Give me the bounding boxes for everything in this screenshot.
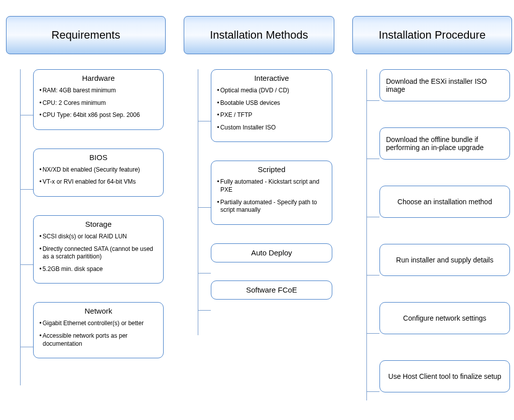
step-text: Configure network settings — [403, 314, 486, 322]
card-interactive: Interactive Optical media (DVD / CD) Boo… — [211, 69, 332, 142]
step-text: Choose an installation method — [398, 198, 492, 206]
bullet-text: VT-x or RVI enabled for 64-bit VMs — [39, 178, 158, 186]
card-network: Network Gigabit Ethernet controller(s) o… — [33, 302, 164, 358]
header-requirements: Requirements — [6, 16, 166, 54]
bullet-text: NX/XD bit enabled (Security feature) — [39, 166, 158, 174]
card-auto-deploy: Auto Deploy — [211, 243, 332, 262]
card-title: Hardware — [39, 74, 158, 82]
bullet-text: Partially automated - Specify path to sc… — [216, 199, 327, 214]
bullet-text: RAM: 4GB barest minimum — [39, 87, 158, 95]
step-text: Download the offline bundle if performin… — [386, 135, 503, 152]
step-text: Download the ESXi installer ISO image — [386, 77, 503, 93]
header-installation-procedure: Installation Procedure — [352, 16, 512, 54]
bullet-text: 5.2GB min. disk space — [39, 265, 158, 273]
bullet-text: Directly connected SATA (cannot be used … — [39, 245, 158, 261]
card-scripted: Scripted Fully automated - Kickstart scr… — [211, 161, 332, 224]
card-title: Software FCoE — [246, 286, 297, 294]
card-title: Storage — [39, 220, 158, 228]
card-software-fcoe: Software FCoE — [211, 281, 332, 300]
card-title: Auto Deploy — [251, 248, 292, 257]
step-box: Download the offline bundle if performin… — [379, 127, 510, 160]
step-box: Choose an installation method — [379, 186, 510, 218]
tree-installation-methods: Interactive Optical media (DVD / CD) Boo… — [184, 69, 333, 300]
step-box: Use Host Client tool to finalize setup — [379, 360, 510, 392]
card-title: BIOS — [39, 153, 158, 162]
bullet-text: CPU: 2 Cores minimum — [39, 99, 158, 107]
bullet-text: SCSI disk(s) or local RAID LUN — [39, 233, 158, 241]
card-storage: Storage SCSI disk(s) or local RAID LUN D… — [33, 215, 164, 284]
column-installation-methods: Installation Methods Interactive Optical… — [184, 16, 333, 300]
bullet-text: Bootable USB devices — [216, 99, 327, 107]
tree-requirements: Hardware RAM: 4GB barest minimum CPU: 2 … — [6, 69, 165, 358]
column-installation-procedure: Installation Procedure Download the ESXi… — [352, 16, 511, 392]
bullet-text: Custom Installer ISO — [216, 124, 327, 132]
step-text: Run installer and supply details — [396, 256, 493, 264]
step-box: Download the ESXi installer ISO image — [379, 69, 510, 101]
card-title: Interactive — [216, 74, 327, 82]
step-box: Run installer and supply details — [379, 244, 510, 276]
tree-installation-procedure: Download the ESXi installer ISO image Do… — [352, 69, 511, 392]
card-title: Network — [39, 307, 158, 315]
column-requirements: Requirements Hardware RAM: 4GB barest mi… — [6, 16, 165, 358]
card-bios: BIOS NX/XD bit enabled (Security feature… — [33, 149, 164, 197]
bullet-text: Gigabit Ethernet controller(s) or better — [39, 320, 158, 328]
bullet-text: Fully automated - Kickstart script and P… — [216, 178, 327, 194]
bullet-text: Optical media (DVD / CD) — [216, 87, 327, 95]
step-box: Configure network settings — [379, 302, 510, 334]
header-installation-methods: Installation Methods — [184, 16, 334, 54]
card-hardware: Hardware RAM: 4GB barest minimum CPU: 2 … — [33, 69, 164, 130]
bullet-text: PXE / TFTP — [216, 111, 327, 119]
card-title: Scripted — [216, 165, 327, 174]
bullet-text: CPU Type: 64bit x86 post Sep. 2006 — [39, 111, 158, 119]
step-text: Use Host Client tool to finalize setup — [389, 372, 501, 380]
bullet-text: Accessible network ports as per document… — [39, 332, 158, 348]
